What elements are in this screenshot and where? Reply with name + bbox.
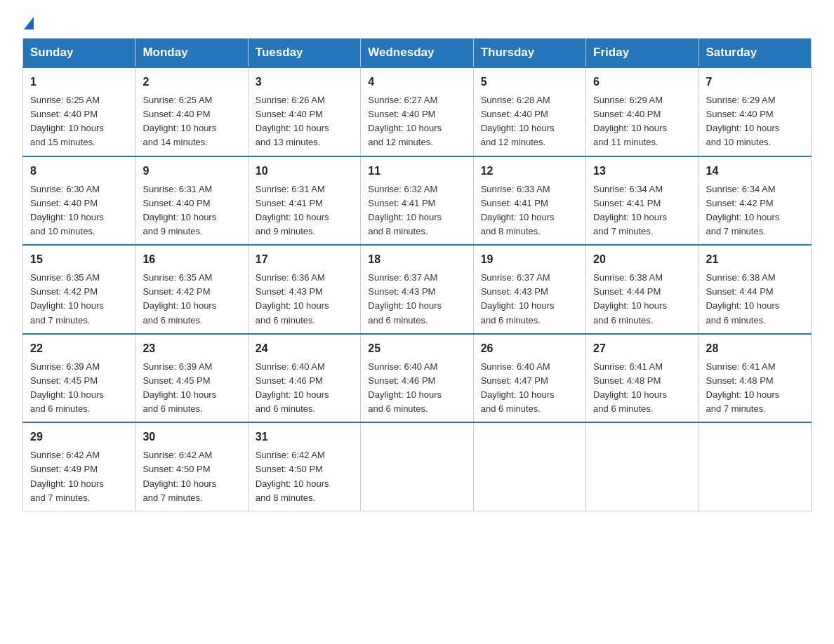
week-row-3: 15 Sunrise: 6:35 AMSunset: 4:42 PMDaylig…	[23, 245, 812, 334]
day-number: 3	[256, 74, 353, 90]
day-info: Sunrise: 6:29 AMSunset: 4:40 PMDaylight:…	[706, 93, 804, 150]
calendar-cell	[586, 422, 699, 511]
page-header	[22, 17, 812, 29]
weekday-header-row: SundayMondayTuesdayWednesdayThursdayFrid…	[23, 39, 812, 68]
day-number: 30	[143, 429, 240, 445]
calendar-cell: 23 Sunrise: 6:39 AMSunset: 4:45 PMDaylig…	[135, 334, 248, 423]
week-row-2: 8 Sunrise: 6:30 AMSunset: 4:40 PMDayligh…	[23, 156, 812, 246]
calendar-cell: 18 Sunrise: 6:37 AMSunset: 4:43 PMDaylig…	[361, 245, 473, 334]
day-info: Sunrise: 6:42 AMSunset: 4:50 PMDaylight:…	[143, 448, 240, 505]
day-info: Sunrise: 6:25 AMSunset: 4:40 PMDaylight:…	[143, 93, 240, 150]
calendar-cell: 8 Sunrise: 6:30 AMSunset: 4:40 PMDayligh…	[23, 156, 135, 246]
weekday-header-friday: Friday	[586, 39, 699, 68]
calendar-cell: 22 Sunrise: 6:39 AMSunset: 4:45 PMDaylig…	[23, 334, 135, 423]
weekday-header-wednesday: Wednesday	[361, 39, 473, 68]
day-number: 25	[368, 340, 465, 357]
calendar-cell: 26 Sunrise: 6:40 AMSunset: 4:47 PMDaylig…	[473, 334, 585, 423]
calendar-cell: 9 Sunrise: 6:31 AMSunset: 4:40 PMDayligh…	[135, 156, 248, 246]
day-info: Sunrise: 6:38 AMSunset: 4:44 PMDaylight:…	[593, 271, 691, 328]
day-info: Sunrise: 6:41 AMSunset: 4:48 PMDaylight:…	[706, 360, 804, 417]
day-info: Sunrise: 6:40 AMSunset: 4:46 PMDaylight:…	[256, 360, 353, 417]
weekday-header-monday: Monday	[135, 39, 248, 68]
day-number: 27	[593, 340, 691, 357]
day-number: 15	[30, 251, 128, 268]
calendar-cell: 25 Sunrise: 6:40 AMSunset: 4:46 PMDaylig…	[361, 334, 473, 423]
weekday-header-thursday: Thursday	[473, 39, 585, 68]
week-row-1: 1 Sunrise: 6:25 AMSunset: 4:40 PMDayligh…	[23, 67, 812, 156]
calendar-cell: 28 Sunrise: 6:41 AMSunset: 4:48 PMDaylig…	[699, 334, 811, 423]
day-number: 20	[593, 251, 691, 268]
weekday-header-saturday: Saturday	[699, 39, 811, 68]
calendar-cell	[699, 422, 811, 511]
day-number: 5	[481, 74, 578, 90]
calendar-cell: 12 Sunrise: 6:33 AMSunset: 4:41 PMDaylig…	[473, 156, 585, 246]
day-number: 4	[368, 74, 465, 90]
day-info: Sunrise: 6:30 AMSunset: 4:40 PMDaylight:…	[30, 182, 128, 239]
calendar-cell: 17 Sunrise: 6:36 AMSunset: 4:43 PMDaylig…	[248, 245, 360, 334]
calendar-cell: 10 Sunrise: 6:31 AMSunset: 4:41 PMDaylig…	[248, 156, 360, 246]
day-info: Sunrise: 6:36 AMSunset: 4:43 PMDaylight:…	[256, 271, 353, 328]
day-info: Sunrise: 6:35 AMSunset: 4:42 PMDaylight:…	[30, 271, 128, 328]
day-number: 24	[256, 340, 353, 357]
calendar-cell	[473, 422, 585, 511]
day-info: Sunrise: 6:35 AMSunset: 4:42 PMDaylight:…	[143, 271, 240, 328]
day-number: 17	[256, 251, 353, 268]
calendar-cell: 31 Sunrise: 6:42 AMSunset: 4:50 PMDaylig…	[248, 422, 360, 511]
day-info: Sunrise: 6:29 AMSunset: 4:40 PMDaylight:…	[593, 93, 691, 150]
calendar-cell: 20 Sunrise: 6:38 AMSunset: 4:44 PMDaylig…	[586, 245, 699, 334]
day-number: 26	[481, 340, 578, 357]
day-info: Sunrise: 6:34 AMSunset: 4:42 PMDaylight:…	[706, 182, 804, 239]
calendar-cell: 11 Sunrise: 6:32 AMSunset: 4:41 PMDaylig…	[361, 156, 473, 246]
day-number: 10	[256, 163, 353, 180]
calendar-cell: 21 Sunrise: 6:38 AMSunset: 4:44 PMDaylig…	[699, 245, 811, 334]
day-info: Sunrise: 6:38 AMSunset: 4:44 PMDaylight:…	[706, 271, 804, 328]
calendar-cell: 15 Sunrise: 6:35 AMSunset: 4:42 PMDaylig…	[23, 245, 135, 334]
day-info: Sunrise: 6:31 AMSunset: 4:41 PMDaylight:…	[256, 182, 353, 239]
day-info: Sunrise: 6:27 AMSunset: 4:40 PMDaylight:…	[368, 93, 465, 150]
day-number: 13	[593, 163, 691, 180]
day-info: Sunrise: 6:25 AMSunset: 4:40 PMDaylight:…	[30, 93, 128, 150]
day-number: 8	[30, 163, 128, 180]
day-number: 6	[593, 74, 691, 90]
logo	[22, 17, 34, 29]
day-number: 9	[143, 163, 240, 180]
day-number: 18	[368, 251, 465, 268]
day-number: 28	[706, 340, 804, 357]
day-info: Sunrise: 6:39 AMSunset: 4:45 PMDaylight:…	[30, 360, 128, 417]
day-info: Sunrise: 6:34 AMSunset: 4:41 PMDaylight:…	[593, 182, 691, 239]
day-info: Sunrise: 6:33 AMSunset: 4:41 PMDaylight:…	[481, 182, 578, 239]
calendar-cell: 5 Sunrise: 6:28 AMSunset: 4:40 PMDayligh…	[473, 67, 585, 156]
day-number: 31	[256, 429, 353, 445]
day-info: Sunrise: 6:42 AMSunset: 4:50 PMDaylight:…	[256, 448, 353, 505]
day-info: Sunrise: 6:41 AMSunset: 4:48 PMDaylight:…	[593, 360, 691, 417]
day-number: 12	[481, 163, 578, 180]
day-info: Sunrise: 6:28 AMSunset: 4:40 PMDaylight:…	[481, 93, 578, 150]
weekday-header-sunday: Sunday	[23, 39, 135, 68]
calendar-cell: 7 Sunrise: 6:29 AMSunset: 4:40 PMDayligh…	[699, 67, 811, 156]
calendar-cell: 2 Sunrise: 6:25 AMSunset: 4:40 PMDayligh…	[135, 67, 248, 156]
logo-triangle-icon	[24, 17, 34, 29]
calendar-cell: 24 Sunrise: 6:40 AMSunset: 4:46 PMDaylig…	[248, 334, 360, 423]
calendar-table: SundayMondayTuesdayWednesdayThursdayFrid…	[22, 38, 812, 511]
day-number: 29	[30, 429, 128, 445]
week-row-5: 29 Sunrise: 6:42 AMSunset: 4:49 PMDaylig…	[23, 422, 812, 511]
day-number: 19	[481, 251, 578, 268]
day-number: 11	[368, 163, 465, 180]
calendar-cell: 14 Sunrise: 6:34 AMSunset: 4:42 PMDaylig…	[699, 156, 811, 246]
day-info: Sunrise: 6:42 AMSunset: 4:49 PMDaylight:…	[30, 448, 128, 505]
calendar-cell: 4 Sunrise: 6:27 AMSunset: 4:40 PMDayligh…	[361, 67, 473, 156]
calendar-cell	[361, 422, 473, 511]
day-number: 1	[30, 74, 128, 90]
calendar-cell: 19 Sunrise: 6:37 AMSunset: 4:43 PMDaylig…	[473, 245, 585, 334]
day-number: 23	[143, 340, 240, 357]
weekday-header-tuesday: Tuesday	[248, 39, 360, 68]
day-number: 14	[706, 163, 804, 180]
day-info: Sunrise: 6:40 AMSunset: 4:46 PMDaylight:…	[368, 360, 465, 417]
day-number: 22	[30, 340, 128, 357]
day-number: 16	[143, 251, 240, 268]
day-info: Sunrise: 6:40 AMSunset: 4:47 PMDaylight:…	[481, 360, 578, 417]
day-number: 7	[706, 74, 804, 90]
day-info: Sunrise: 6:37 AMSunset: 4:43 PMDaylight:…	[481, 271, 578, 328]
calendar-cell: 6 Sunrise: 6:29 AMSunset: 4:40 PMDayligh…	[586, 67, 699, 156]
calendar-cell: 27 Sunrise: 6:41 AMSunset: 4:48 PMDaylig…	[586, 334, 699, 423]
